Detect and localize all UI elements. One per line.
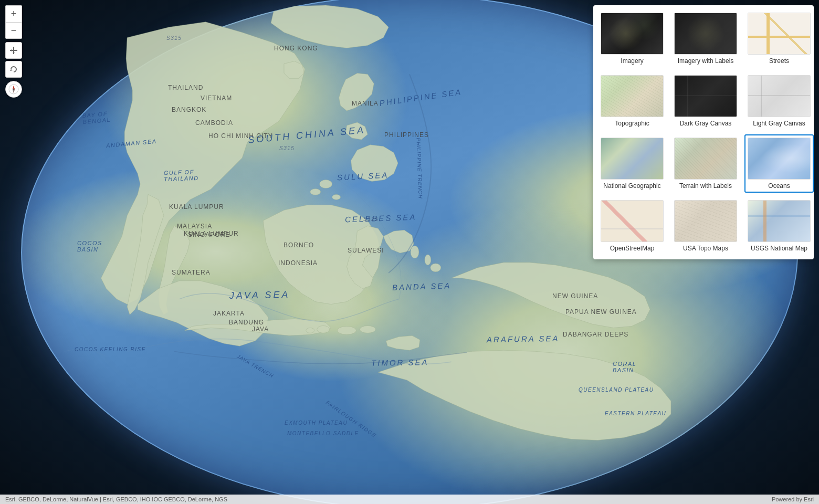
basemap-item-imagery[interactable]: Imagery: [597, 9, 667, 68]
compass-button[interactable]: [5, 81, 22, 98]
basemap-thumb-terrain: [674, 138, 737, 180]
svg-point-4: [360, 326, 375, 333]
basemap-label-usgs: USGS National Map: [751, 245, 807, 252]
svg-point-3: [338, 326, 356, 334]
basemap-item-imagery-labels[interactable]: Imagery with Labels: [671, 9, 740, 68]
basemap-item-streets[interactable]: Streets: [744, 9, 814, 68]
svg-point-5: [317, 326, 330, 333]
basemap-item-nat-geo[interactable]: National Geographic: [597, 134, 667, 193]
basemap-item-osm[interactable]: OpenStreetMap: [597, 197, 667, 255]
basemap-thumb-dark-gray: [674, 75, 737, 117]
zoom-controls: + −: [5, 5, 22, 39]
basemap-item-dark-gray[interactable]: Dark Gray Canvas: [671, 72, 740, 130]
svg-point-1: [332, 194, 341, 200]
rotate-button[interactable]: [5, 61, 22, 78]
basemap-label-osm: OpenStreetMap: [610, 245, 655, 252]
svg-point-9: [430, 264, 441, 272]
basemap-thumb-usa-topo: [674, 200, 737, 242]
attribution-left: Esri, GEBCO, DeLorme, NaturalVue | Esri,…: [5, 496, 227, 502]
basemap-thumb-light-gray: [748, 75, 811, 117]
basemap-thumb-osm: [601, 200, 664, 242]
basemap-label-dark-gray: Dark Gray Canvas: [680, 120, 732, 127]
basemap-label-light-gray: Light Gray Canvas: [753, 120, 805, 127]
rotate-icon: [9, 65, 18, 74]
basemap-label-imagery: Imagery: [621, 57, 643, 65]
svg-point-2: [310, 188, 321, 195]
basemap-label-imagery-labels: Imagery with Labels: [678, 57, 734, 65]
basemap-label-nat-geo: National Geographic: [603, 182, 660, 190]
basemap-thumb-topographic: [601, 75, 664, 117]
basemap-label-topographic: Topographic: [615, 120, 649, 127]
basemap-thumb-usgs: [748, 200, 811, 242]
basemap-thumb-oceans: [748, 138, 811, 180]
compass-icon: [8, 84, 19, 94]
pan-icon: [9, 46, 18, 55]
basemap-item-light-gray[interactable]: Light Gray Canvas: [744, 72, 814, 130]
basemap-item-usa-topo[interactable]: USA Topo Maps: [671, 197, 740, 255]
basemap-thumb-streets: [748, 13, 811, 55]
basemap-label-usa-topo: USA Topo Maps: [683, 245, 728, 252]
svg-point-0: [320, 180, 332, 188]
map-controls: + −: [5, 5, 22, 98]
basemap-panel: Imagery Imagery with Labels Streets Topo…: [593, 5, 814, 259]
svg-point-11: [13, 89, 15, 90]
basemap-item-terrain[interactable]: Terrain with Labels: [671, 134, 740, 193]
svg-point-7: [411, 246, 419, 258]
basemap-label-oceans: Oceans: [768, 182, 790, 190]
svg-point-8: [425, 255, 431, 265]
basemap-item-oceans[interactable]: Oceans: [744, 134, 814, 193]
basemap-thumb-nat-geo: [601, 138, 664, 180]
attribution-bar: Esri, GEBCO, DeLorme, NaturalVue | Esri,…: [0, 495, 819, 504]
basemap-thumb-imagery: [601, 13, 664, 55]
zoom-out-button[interactable]: −: [5, 22, 22, 39]
svg-point-6: [306, 328, 314, 333]
pan-button[interactable]: [5, 42, 22, 59]
basemap-thumb-imagery-labels: [674, 13, 737, 55]
basemap-item-usgs[interactable]: USGS National Map: [744, 197, 814, 255]
attribution-right: Powered by Esri: [772, 496, 814, 502]
basemap-item-topographic[interactable]: Topographic: [597, 72, 667, 130]
zoom-in-button[interactable]: +: [5, 5, 22, 22]
basemap-label-terrain: Terrain with Labels: [679, 182, 732, 190]
basemap-label-streets: Streets: [769, 57, 789, 65]
